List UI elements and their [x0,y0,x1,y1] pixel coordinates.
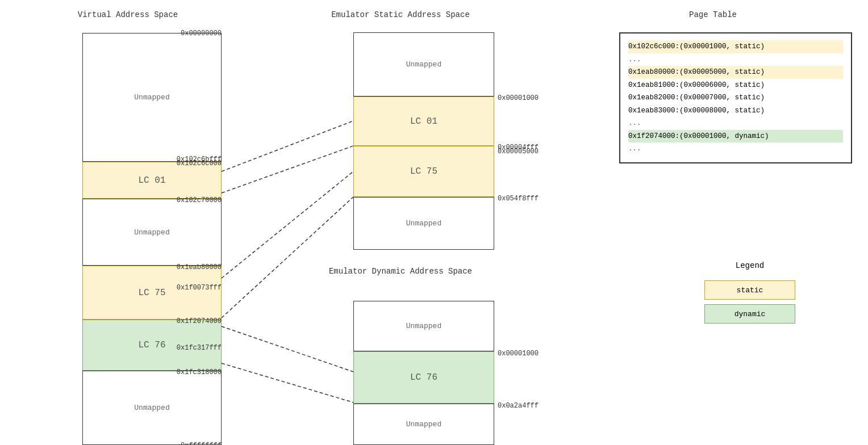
title-emulator-static: Emulator Static Address Space [307,10,494,19]
svg-line-3 [222,197,353,318]
pt-line-3: 0x1eab80000:(0x00005000, static) [628,66,843,79]
svg-line-4 [222,326,353,372]
pt-dots-1: ... [628,53,843,66]
title-emulator-dynamic: Emulator Dynamic Address Space [307,267,494,276]
vaddr-0: 0x00000000 [181,30,222,37]
vaddr-3: 0x102c70000 [177,196,222,204]
title-page-table: Page Table [619,10,807,19]
dynamic-block-unmapped-1: Unmapped [353,301,494,351]
vaddr-2: 0x102c6c000 [177,159,222,167]
legend-static: static [704,280,795,300]
static-block-unmapped-2: Unmapped [353,197,494,250]
vaddr-4: 0x1eab80000 [177,263,222,271]
dynamic-block-lc76: LC 76 [353,351,494,404]
pt-line-5: 0x1eab82000:(0x00007000, static) [628,91,843,104]
vaddr-5: 0x1f0073fff [177,284,222,292]
static-block-lc01: LC 01 [353,96,494,146]
dynamic-block-unmapped-2: Unmapped [353,404,494,445]
legend-title: Legend [704,261,795,270]
svg-line-5 [222,363,353,402]
vaddr-7: 0x1fc317fff [177,344,222,352]
legend-dynamic: dynamic [704,304,795,324]
saddr-3: 0x00005000 [498,148,539,156]
svg-line-0 [222,121,353,171]
virtual-block-unmapped-2: Unmapped [82,199,222,266]
vaddr-8: 0x1fc318000 [177,368,222,376]
pt-dots-2: ... [628,117,843,130]
virtual-block-unmapped-3: Unmapped [82,371,222,445]
daddr-2: 0x0a2a4fff [498,402,539,410]
title-virtual: Virtual Address Space [34,10,222,19]
saddr-4: 0x054f8fff [498,195,539,203]
daddr-1: 0x00001000 [498,350,539,358]
svg-line-1 [222,146,353,193]
pt-line-8: 0x1f2074000:(0x00001000, dynamic) [628,130,843,143]
vaddr-9: 0xffffffff [181,442,222,445]
static-block-unmapped-1: Unmapped [353,32,494,96]
pt-line-4: 0x1eab81000:(0x00006000, static) [628,79,843,92]
pt-dots-3: ... [628,142,843,156]
vaddr-6: 0x1f2074000 [177,317,222,325]
saddr-1: 0x00001000 [498,94,539,102]
diagram-container: Virtual Address Space Emulator Static Ad… [0,0,868,445]
legend-title-label: Legend static dynamic [704,261,795,324]
page-table-box: 0x102c6c000:(0x00001000, static) ... 0x1… [619,32,852,163]
static-block-lc75: LC 75 [353,146,494,197]
svg-line-2 [222,171,353,278]
virtual-block-unmapped-1: Unmapped [82,33,222,162]
virtual-block-lc75: LC 75 [82,266,222,320]
pt-line-6: 0x1eab83000:(0x00008000, static) [628,104,843,117]
pt-line-1: 0x102c6c000:(0x00001000, static) [628,40,843,53]
